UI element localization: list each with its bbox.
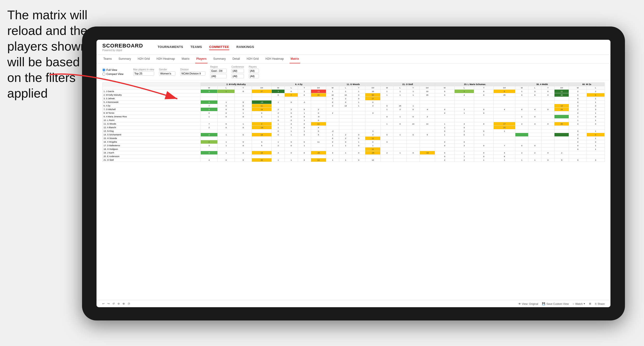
sh-webb-t: T [542, 86, 554, 90]
watch-dropdown-icon: ▾ [584, 302, 585, 305]
conference-all-select[interactable]: (All) [232, 74, 244, 78]
players-select[interactable]: (All) [249, 69, 259, 73]
sub-nav-h2h-grid[interactable]: H2H Grid [137, 55, 151, 63]
toolbar-left: ↩ ↪ ↺ ⊖ ⊕ ⏱ [102, 302, 130, 305]
players-filter: Players (All) (All) [249, 66, 259, 78]
zoom-in-button[interactable]: ⊕ [122, 302, 125, 305]
settings-button[interactable]: ⏱ [128, 302, 130, 305]
table-row: 14. S Srichantamit 3 1 0 18 0 1 0 5 1 2 … [102, 133, 605, 137]
sh-schumac-dif: Dif [494, 86, 516, 90]
table-row: 9. A Maria Jimenez Rios 1 0 0 1 1 0 0 -9 [102, 115, 605, 119]
nav-rankings[interactable]: RANKINGS [236, 44, 254, 50]
sub-nav-teams[interactable]: Teams [102, 55, 113, 63]
filters-row: Full View Compact View Max players in vi… [96, 64, 610, 80]
sh-schumac-w: W [435, 86, 454, 90]
undo-button[interactable]: ↩ [102, 302, 104, 305]
col-header-stoll: 21. O Stoll [380, 83, 435, 86]
sh-schumac-t: T [474, 86, 494, 90]
tablet-device: SCOREBOARD Powered by clippd TOURNAMENTS… [82, 26, 625, 321]
full-view-option[interactable]: Full View [102, 68, 124, 72]
sh-stoll-l: L [394, 86, 406, 90]
sub-nav-h2h-grid2[interactable]: H2H Grid [246, 55, 260, 63]
max-players-select[interactable]: Top 25 [133, 71, 154, 76]
table-row: 1. J Garcia 3 1 0 27 3 0 1 -11 1 1 1 10 … [102, 90, 605, 93]
region-filter: Region East - DII (All) [210, 66, 226, 78]
player-name: 12. A Bianchi [102, 126, 201, 129]
sh-mulcahy-dif: Dif [252, 86, 272, 90]
players-all-select[interactable]: (All) [249, 74, 259, 78]
max-players-label: Max players in view [133, 68, 154, 71]
logo-sub: Powered by clippd [102, 49, 143, 52]
sh-mulcahy-l: L [218, 86, 235, 90]
sh-woods-w: W [326, 86, 339, 90]
col-header-webb: 38. A Webb [515, 83, 569, 86]
division-label: Division [180, 68, 205, 71]
compact-view-label: Compact View [106, 73, 124, 75]
sub-nav-matrix[interactable]: Matrix [181, 55, 190, 63]
sub-nav-matrix2[interactable]: Matrix [290, 55, 300, 63]
table-row: 20. E Andersson [102, 155, 605, 158]
sh-ady-l: L [285, 86, 298, 90]
toolbar-right: 👁 View: Original 💾 Save Custom View ○ Wa… [518, 302, 605, 305]
full-view-label: Full View [106, 68, 117, 71]
logo-area: SCOREBOARD Powered by clippd [102, 43, 143, 52]
share-button[interactable]: ⎘ Share [595, 302, 605, 305]
nav-teams[interactable]: TEAMS [190, 44, 202, 50]
share-label: Share [598, 302, 605, 305]
sub-nav-h2h-heatmap2[interactable]: H2H Heatmap [264, 55, 285, 63]
sh-stoll-dif: Dif [420, 86, 435, 90]
table-row: 6. A Dy 7 0 0 11 0 14 1 4 0 [102, 104, 605, 108]
more-button[interactable]: ⊞ [589, 302, 591, 305]
watch-label: Watch [575, 302, 583, 305]
header-player [102, 83, 201, 86]
gender-select[interactable]: Women's [159, 71, 176, 76]
sh-stoll-w: W [380, 86, 394, 90]
region-all-select[interactable]: (All) [210, 74, 226, 78]
region-select[interactable]: East - DII [210, 69, 226, 73]
player-name: 8. M Torres [102, 111, 201, 115]
watch-button[interactable]: ○ Watch ▾ [572, 302, 585, 305]
nav-committee[interactable]: COMMITTEE [209, 44, 229, 50]
table-row: 13. N Klug 0 1 1 0 -2 3 [102, 129, 605, 133]
division-select[interactable]: NCAA Division II [180, 71, 205, 76]
conference-select[interactable]: (All) [232, 69, 244, 73]
table-row: 5. A Nomrowski 3 1 0 -15 1 0 -1 0 0 1 0 [102, 100, 605, 104]
sh-stoll-t: T [406, 86, 420, 90]
watch-icon: ○ [572, 302, 574, 305]
table-row: 8. M Torres 0 0 1 0 2 0 1 0 2 3 [102, 111, 605, 115]
player-name: 11. G Woods [102, 122, 201, 126]
nav-tournaments[interactable]: TOURNAMENTS [158, 44, 183, 50]
redo-button[interactable]: ↪ [107, 302, 110, 305]
player-name: 15. H Stranda [102, 137, 201, 140]
sh-schumac-l: L [454, 86, 474, 90]
refresh-button[interactable]: ↺ [112, 302, 114, 305]
sh-woods-l: L [339, 86, 352, 90]
view-original-button[interactable]: 👁 View: Original [518, 302, 538, 305]
gender-label: Gender [159, 68, 176, 71]
matrix-content: 2. M Kelly Mulcahy 6. A Dy 11. G Woods 2… [96, 80, 610, 300]
zoom-out-button[interactable]: ⊖ [118, 302, 120, 305]
full-view-radio[interactable] [102, 68, 106, 72]
save-custom-button[interactable]: 💾 Save Custom View [542, 302, 569, 305]
sub-nav-summary[interactable]: Summary [118, 55, 132, 63]
sub-nav-detail[interactable]: Detail [232, 55, 241, 63]
share-icon: ⎘ [595, 302, 597, 305]
sub-nav-h2h-heatmap[interactable]: H2H Heatmap [156, 55, 176, 63]
col-header-ady: 6. A Dy [272, 83, 326, 86]
sub-nav-players[interactable]: Players [195, 55, 208, 63]
sub-nav-summary2[interactable]: Summary [212, 55, 226, 63]
nav-bar: SCOREBOARD Powered by clippd TOURNAMENTS… [96, 40, 610, 55]
player-name: 2. M Kelly Mulcahy [102, 93, 201, 97]
compact-view-option[interactable]: Compact View [102, 73, 124, 76]
sub-nav: Teams Summary H2H Grid H2H Heatmap Matri… [96, 55, 610, 64]
tablet-screen: SCOREBOARD Powered by clippd TOURNAMENTS… [96, 40, 610, 307]
col-header-za: 60. W Za [569, 83, 605, 86]
player-name: 5. A Nomrowski [102, 100, 201, 104]
matrix-table: 2. M Kelly Mulcahy 6. A Dy 11. G Woods 2… [102, 82, 605, 162]
compact-view-radio[interactable] [102, 73, 106, 76]
player-name: 19. J Karrh [102, 151, 201, 155]
view-icon: 👁 [518, 302, 521, 305]
sh-ady-t: T [298, 86, 311, 90]
player-name: 20. E Andersson [102, 155, 201, 158]
save-custom-label: Save Custom View [546, 302, 569, 305]
